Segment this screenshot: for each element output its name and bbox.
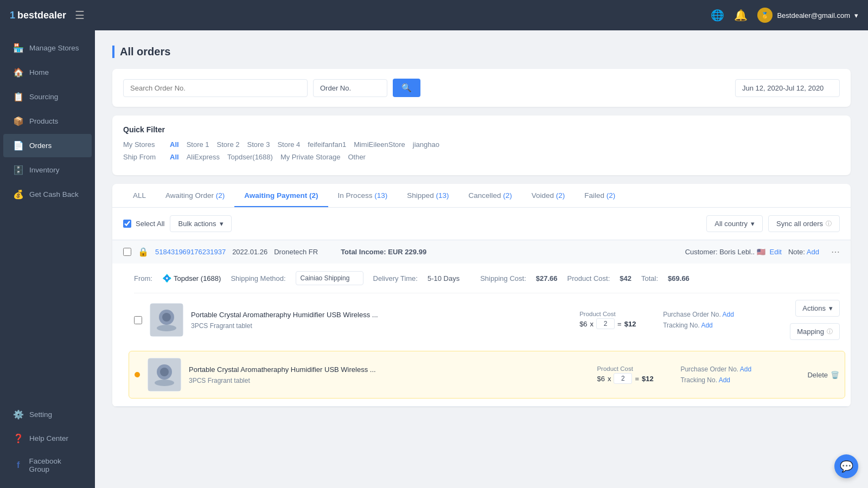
- tab-awaiting-payment[interactable]: Awaiting Payment (2): [234, 184, 328, 207]
- product-cost-label-2: Product Cost: [597, 365, 673, 372]
- product-total-2: $12: [642, 375, 654, 383]
- order-checkbox[interactable]: [123, 248, 131, 256]
- from-label: From:: [134, 274, 152, 282]
- globe-icon[interactable]: 🌐: [711, 9, 724, 22]
- bulk-actions-button[interactable]: Bulk actions ▾: [170, 215, 231, 232]
- sidebar-item-get-cash-back[interactable]: 💰 Get Cash Back: [3, 183, 92, 206]
- mapping-label: Mapping: [797, 328, 824, 336]
- product-cost-wrap-2: Product Cost $6 x = $12: [597, 365, 673, 384]
- ship-filter-topdser[interactable]: Topdser(1688): [227, 153, 273, 161]
- select-all-wrap: Select All: [123, 220, 164, 228]
- user-email: Bestdealer@gmail.com: [777, 11, 850, 20]
- date-range-picker[interactable]: Jun 12, 2020-Jul 12, 2020: [735, 79, 840, 97]
- tab-awaiting-order[interactable]: Awaiting Order (2): [156, 184, 234, 207]
- tab-in-process[interactable]: In Process (13): [328, 184, 398, 207]
- income-label: Total Income:: [341, 248, 388, 256]
- country-filter-button[interactable]: All country ▾: [706, 215, 763, 232]
- svg-point-2: [162, 313, 171, 322]
- ship-filter-private[interactable]: My Private Storage: [280, 153, 341, 161]
- sidebar-item-products[interactable]: 📦 Products: [3, 110, 92, 133]
- avatar: 🥇: [757, 8, 773, 23]
- multiply-icon-2: x: [608, 375, 611, 383]
- product-cost-calc-2: $6 x = $12: [597, 373, 673, 384]
- store-filter-1[interactable]: Store 1: [187, 140, 209, 149]
- menu-icon[interactable]: ☰: [75, 9, 85, 22]
- store-filter-feifeifanfan1[interactable]: feifeifanfan1: [308, 140, 346, 149]
- customer-edit-link[interactable]: Edit: [769, 248, 781, 256]
- product-cost-wrap: Product Cost $6 x = $12: [579, 311, 655, 329]
- order-more-menu[interactable]: ⋯: [831, 247, 840, 257]
- user-menu[interactable]: 🥇 Bestdealer@gmail.com ▾: [757, 8, 858, 23]
- delivery-label: Delivery Time:: [373, 274, 418, 282]
- sidebar-item-manage-stores[interactable]: 🏪 Manage Stores: [3, 36, 92, 60]
- store-filter-3[interactable]: Store 3: [247, 140, 270, 149]
- quantity-input-2[interactable]: [614, 373, 632, 384]
- ship-filter-other[interactable]: Other: [348, 153, 366, 161]
- logo: 1bestdealer: [10, 10, 66, 21]
- store-filter-mimieileen[interactable]: MimiEileenStore: [354, 140, 405, 149]
- purchase-order-add-link[interactable]: Add: [723, 311, 734, 318]
- search-input[interactable]: [123, 79, 308, 97]
- table-controls: Select All Bulk actions ▾ All country ▾ …: [112, 208, 851, 240]
- logo-num: 1: [10, 10, 15, 21]
- search-button[interactable]: 🔍: [393, 79, 420, 97]
- order-store: Dronetech FR: [274, 248, 318, 256]
- store-filter-4[interactable]: Store 4: [277, 140, 300, 149]
- country-chevron-icon: ▾: [751, 220, 755, 228]
- sync-orders-button[interactable]: Sync all orders ⓘ: [768, 215, 840, 232]
- purchase-order-add-link-2[interactable]: Add: [740, 365, 751, 373]
- chat-bubble-button[interactable]: 💬: [834, 454, 858, 478]
- equals-icon-2: =: [635, 375, 639, 383]
- note-add-link[interactable]: Add: [807, 248, 819, 256]
- order-secure-icon: 🔒: [138, 247, 149, 257]
- ship-filter-aliexpress[interactable]: AliExpress: [187, 153, 220, 161]
- quantity-input[interactable]: [596, 318, 615, 329]
- sidebar-item-sourcing[interactable]: 📋 Sourcing: [3, 85, 92, 108]
- tracking-add-link[interactable]: Add: [701, 322, 712, 329]
- note-section: Note: Add: [788, 248, 819, 256]
- tab-voided[interactable]: Voided (2): [522, 184, 575, 207]
- delete-button[interactable]: Delete 🗑️: [807, 371, 839, 379]
- mapping-button[interactable]: Mapping ⓘ: [790, 323, 840, 340]
- sidebar-item-setting[interactable]: ⚙️ Setting: [3, 403, 92, 426]
- store-filter-all[interactable]: All: [170, 140, 179, 149]
- notification-icon[interactable]: 🔔: [734, 9, 748, 22]
- sidebar-item-inventory[interactable]: 🗄️ Inventory: [3, 158, 92, 182]
- cash-back-icon: 💰: [13, 189, 24, 200]
- help-icon: ❓: [13, 433, 24, 444]
- tab-all[interactable]: ALL: [123, 184, 156, 207]
- purchase-order-label-2: Purchase Order No. Add: [680, 365, 800, 373]
- home-icon: 🏠: [13, 67, 24, 78]
- tab-failed[interactable]: Failed (2): [575, 184, 625, 207]
- tab-shipped[interactable]: Shipped (13): [397, 184, 458, 207]
- sidebar-item-orders[interactable]: 📄 Orders: [3, 134, 92, 157]
- store-filter-jianghao[interactable]: jianghao: [413, 140, 439, 149]
- select-all-checkbox[interactable]: [123, 220, 131, 228]
- orders-icon: 📄: [13, 140, 24, 151]
- order-id-link[interactable]: 518431969176231937: [155, 248, 226, 256]
- tracking-add-link-2[interactable]: Add: [719, 376, 730, 384]
- right-controls: All country ▾ Sync all orders ⓘ: [706, 215, 840, 232]
- search-type-select[interactable]: Order No. Product Name Customer Name: [313, 79, 387, 97]
- shipping-method-select[interactable]: Cainiao Shipping ePacket: [296, 271, 363, 285]
- store-filter-2[interactable]: Store 2: [217, 140, 240, 149]
- sidebar-item-label: Get Cash Back: [29, 190, 79, 198]
- purchase-order-label: Purchase Order No. Add: [663, 311, 782, 318]
- sidebar-item-help[interactable]: ❓ Help Center: [3, 427, 92, 450]
- sidebar-item-home[interactable]: 🏠 Home: [3, 61, 92, 84]
- from-store: 💠 Topdser (1688): [162, 274, 221, 282]
- sidebar-item-label: Inventory: [29, 166, 60, 174]
- product-info-2: Portable Crystal Aromatheraphy Humidifie…: [189, 365, 589, 384]
- actions-dropdown-button[interactable]: Actions ▾: [795, 300, 840, 317]
- tab-cancelled[interactable]: Cancelled (2): [458, 184, 521, 207]
- page-title: All orders: [112, 46, 851, 58]
- actions-label: Actions: [802, 304, 826, 312]
- mapping-info-icon: ⓘ: [827, 328, 833, 336]
- bulk-actions-label: Bulk actions: [178, 220, 216, 228]
- product-checkbox[interactable]: [134, 316, 142, 324]
- svg-point-3: [157, 325, 176, 331]
- topnav-right: 🌐 🔔 🥇 Bestdealer@gmail.com ▾: [711, 8, 858, 23]
- unit-price: $6: [579, 320, 587, 328]
- ship-filter-all[interactable]: All: [170, 153, 179, 161]
- sidebar-item-facebook[interactable]: f Facebook Group: [3, 451, 92, 480]
